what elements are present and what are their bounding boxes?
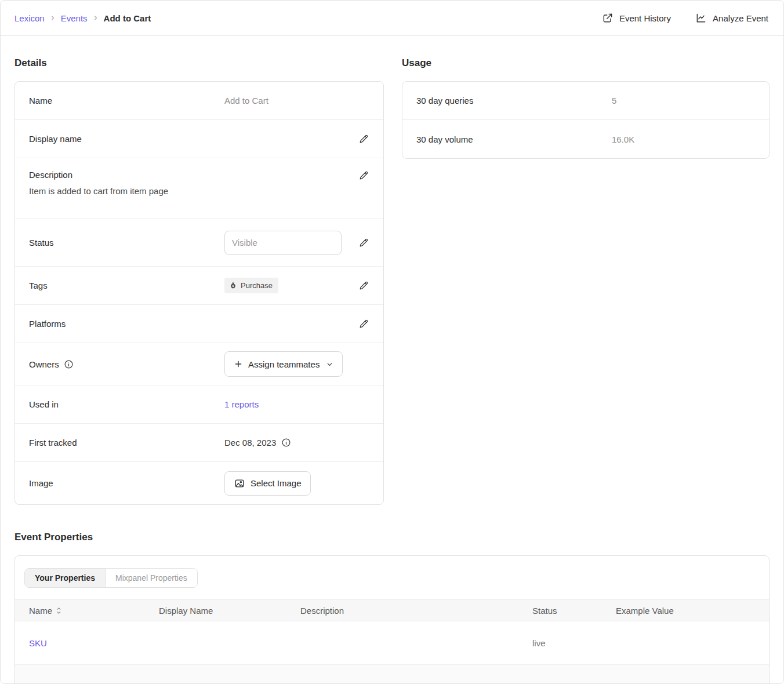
breadcrumb-link-lexicon[interactable]: Lexicon (14, 13, 45, 23)
assign-teammates-label: Assign teammates (248, 359, 320, 369)
properties-table-header: Name Display Name Description Status (15, 599, 769, 621)
column-header-description[interactable]: Description (300, 606, 532, 616)
edit-status-button[interactable] (358, 237, 369, 248)
event-history-button[interactable]: Event History (602, 12, 671, 24)
image-label: Image (29, 478, 224, 488)
pencil-icon (358, 133, 369, 144)
assign-teammates-button[interactable]: Assign teammates (224, 351, 343, 377)
chevron-right-icon (49, 14, 56, 21)
owners-label: Owners (29, 359, 59, 369)
detail-row-display-name: Display name (15, 120, 383, 158)
column-header-display-name[interactable]: Display Name (159, 606, 300, 616)
description-value: Item is added to cart from item page (29, 186, 369, 196)
plus-icon (234, 359, 243, 369)
event-properties-title: Event Properties (14, 532, 770, 543)
tag-label: Purchase (241, 281, 273, 290)
first-tracked-label: First tracked (29, 438, 224, 447)
chevron-down-icon (326, 361, 333, 368)
detail-row-tags: Tags $ Purchase (15, 267, 383, 305)
platforms-label: Platforms (29, 319, 224, 329)
analyze-event-label: Analyze Event (713, 13, 768, 23)
chevron-right-icon (92, 14, 99, 21)
usage-card: 30 day queries 5 30 day volume 16.0K (402, 81, 770, 159)
top-bar: Lexicon Events Add to Cart Event Histo (1, 1, 783, 36)
volume-value: 16.0K (612, 134, 634, 144)
line-chart-icon (695, 12, 707, 24)
tag-purchase[interactable]: $ Purchase (224, 278, 278, 293)
detail-row-platforms: Platforms (15, 305, 383, 343)
detail-row-name: Name Add to Cart (15, 82, 383, 120)
event-properties-section: Event Properties Your Properties Mixpane… (14, 532, 770, 684)
event-history-label: Event History (619, 13, 671, 23)
breadcrumb: Lexicon Events Add to Cart (14, 13, 151, 23)
property-link-sku[interactable]: SKU (29, 638, 47, 648)
cell-status: live (532, 638, 616, 648)
edit-display-name-button[interactable] (358, 133, 369, 144)
detail-row-status: Status (15, 219, 383, 267)
details-section: Details Name Add to Cart Display name (14, 57, 384, 505)
name-label: Name (29, 96, 224, 105)
image-icon (234, 478, 245, 489)
details-card: Name Add to Cart Display name (14, 81, 384, 505)
status-input[interactable] (224, 231, 342, 255)
external-link-icon (602, 12, 614, 24)
first-tracked-value: Dec 08, 2023 (224, 438, 276, 447)
tab-your-properties[interactable]: Your Properties (25, 569, 105, 587)
cell-status: live (532, 682, 616, 684)
usage-section: Usage 30 day queries 5 30 day volume 16.… (402, 57, 770, 159)
used-in-label: Used in (29, 399, 224, 409)
tags-label: Tags (29, 281, 224, 290)
detail-row-used-in: Used in 1 reports (15, 385, 383, 424)
pencil-icon (358, 237, 369, 248)
detail-row-image: Image Select Image (15, 462, 383, 504)
table-row-scroll-percent[interactable]: Scroll % live (15, 665, 769, 684)
money-bag-icon: $ (229, 281, 237, 290)
svg-text:$: $ (232, 284, 234, 288)
analyze-event-button[interactable]: Analyze Event (695, 12, 768, 24)
sort-icon (56, 607, 62, 614)
usage-row-queries: 30 day queries 5 (402, 82, 769, 120)
info-icon[interactable] (281, 438, 291, 447)
edit-platforms-button[interactable] (358, 318, 369, 329)
main-content: Details Name Add to Cart Display name (1, 57, 783, 684)
table-row-sku[interactable]: SKU live (15, 621, 769, 665)
top-actions: Event History Analyze Event (602, 12, 768, 24)
column-header-name[interactable]: Name (15, 606, 159, 616)
detail-row-description: Description Item is added to ca (15, 158, 383, 219)
usage-title: Usage (402, 57, 770, 69)
properties-tabs: Your Properties Mixpanel Properties (15, 556, 769, 599)
display-name-label: Display name (29, 134, 224, 144)
event-properties-card: Your Properties Mixpanel Properties Name (14, 555, 770, 684)
property-link-scroll-percent[interactable]: Scroll % (29, 682, 61, 684)
edit-description-button[interactable] (358, 170, 369, 181)
detail-row-first-tracked: First tracked Dec 08, 2023 (15, 424, 383, 462)
breadcrumb-link-events[interactable]: Events (61, 13, 88, 23)
name-value: Add to Cart (224, 96, 268, 105)
tab-mixpanel-properties[interactable]: Mixpanel Properties (105, 569, 197, 587)
select-image-label: Select Image (251, 478, 302, 488)
name-column-label: Name (29, 606, 52, 616)
queries-label: 30 day queries (416, 96, 612, 105)
edit-tags-button[interactable] (358, 280, 369, 291)
select-image-button[interactable]: Select Image (224, 471, 311, 496)
breadcrumb-current: Add to Cart (104, 13, 151, 23)
pencil-icon (358, 170, 369, 181)
queries-value: 5 (612, 96, 616, 105)
detail-row-owners: Owners (15, 343, 383, 385)
details-title: Details (14, 57, 384, 69)
description-label: Description (29, 170, 358, 180)
properties-table: Name Display Name Description Status (15, 599, 769, 684)
pencil-icon (358, 318, 369, 329)
column-header-status[interactable]: Status (532, 606, 616, 616)
used-in-reports-link[interactable]: 1 reports (224, 399, 259, 409)
usage-row-volume: 30 day volume 16.0K (402, 120, 769, 158)
column-header-example-value[interactable]: Example Value (616, 606, 769, 616)
lexicon-event-detail-page: Lexicon Events Add to Cart Event Histo (0, 0, 784, 684)
status-label: Status (29, 238, 224, 248)
info-icon[interactable] (64, 359, 74, 369)
volume-label: 30 day volume (416, 134, 612, 144)
pencil-icon (358, 280, 369, 291)
